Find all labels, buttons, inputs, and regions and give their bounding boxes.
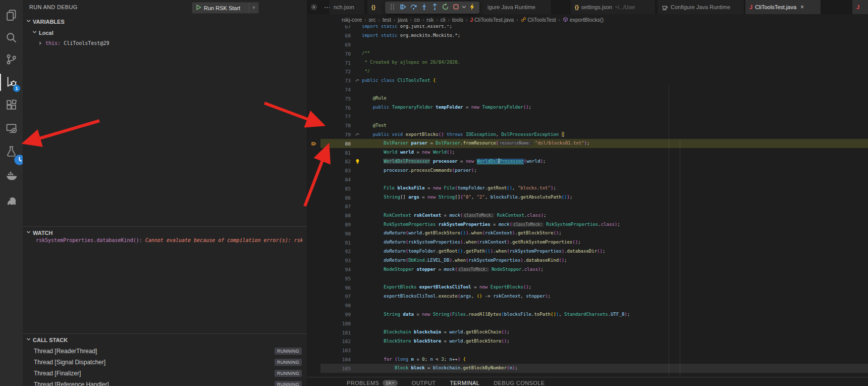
activity-item-source-control[interactable] — [0, 50, 23, 71]
activity-item-extensions[interactable] — [0, 95, 23, 116]
lightbulb-icon[interactable] — [355, 159, 362, 164]
debug-continue-button[interactable] — [398, 3, 408, 13]
code-line-101[interactable]: 101 Blockchain blockchain = world.getBlo… — [307, 328, 868, 337]
gear-icon[interactable] — [309, 3, 318, 12]
watch-expression[interactable]: rskSystemProperties.databaseKind(): Cann… — [36, 237, 302, 243]
code-text: doReturn(rskSystemProperties).when(rskCo… — [362, 238, 581, 247]
debug-step-into-button[interactable] — [419, 3, 429, 13]
editor-tab-configure-java-runtime[interactable]: Configure Java Runtime — [658, 0, 744, 14]
breadcrumb-item[interactable]: tools — [452, 17, 463, 23]
watch-header[interactable]: WATCH — [26, 229, 53, 236]
fold-arc-icon — [355, 78, 362, 83]
panel-tab-output[interactable]: OUTPUT — [412, 380, 436, 386]
code-line-73[interactable]: 73public class CliToolsTest { — [307, 76, 868, 85]
debug-restart-button[interactable] — [440, 3, 451, 13]
code-line-70[interactable]: 70/** — [307, 49, 868, 58]
close-icon[interactable]: × — [800, 4, 804, 11]
breadcrumb-item[interactable]: test — [383, 17, 391, 23]
activity-item-docker[interactable] — [0, 166, 23, 187]
code-text: public void exportBlocks() throws IOExce… — [362, 130, 564, 139]
editor-tab-clitoolstest-java[interactable]: JCliToolsTest.java× — [745, 0, 821, 14]
activity-item-explorer[interactable] — [0, 5, 23, 26]
call-stack-header[interactable]: CALL STACK — [26, 336, 68, 343]
code-line-85[interactable]: 85 File blocksFile = new File(tempFolder… — [307, 184, 868, 193]
run-config-dropdown[interactable]: Run RSK Start ˅ — [192, 2, 259, 14]
code-line-68[interactable]: 68import static org.mockito.Mockito.*; — [307, 31, 868, 40]
code-line-83[interactable]: 83 processor.processCommands(parser); — [307, 166, 868, 175]
code-line-90[interactable]: 90 doReturn(world.getBlockStore()).when(… — [307, 229, 868, 238]
code-line-96[interactable]: 96 ExportBlocks exportBlocksCliTool = ne… — [307, 283, 868, 292]
breadcrumb-label: rsk — [426, 17, 433, 23]
debug-step-out-button[interactable] — [429, 3, 440, 13]
code-line-102[interactable]: 102 BlockStore blockStore = world.getBlo… — [307, 337, 868, 346]
code-line-105[interactable]: 105 Block block = blockchain.getBlockByN… — [307, 364, 868, 373]
code-line-75[interactable]: 75 @Rule — [307, 94, 868, 103]
line-number: 73 — [320, 78, 355, 83]
code-line-98[interactable]: 98 — [307, 301, 868, 310]
code-line-103[interactable]: 103 — [307, 346, 868, 355]
code-line-80[interactable]: 80 DslParser parser = DslParser.fromReso… — [307, 139, 868, 148]
call-stack-thread[interactable]: Thread [ReaderThread]RUNNING — [23, 346, 307, 357]
editor-tab-igure-java-runtime[interactable]: igure Java Runtime — [471, 0, 552, 14]
activity-item-run-and-debug[interactable]: 1 — [0, 72, 23, 93]
call-stack-thread[interactable]: Thread [Signal Dispatcher]RUNNING — [23, 357, 307, 368]
activity-item-gradle[interactable] — [0, 191, 23, 212]
panel-tab-problems[interactable]: PROBLEMS1K+ — [347, 380, 398, 386]
code-line-92[interactable]: 92 doReturn(tempFolder.getRoot().getPath… — [307, 247, 868, 256]
breadcrumb-item[interactable]: cli — [441, 17, 446, 23]
code-line-69[interactable]: 69 — [307, 40, 868, 50]
breadcrumb-item[interactable]: rsk — [426, 17, 433, 23]
variable-this[interactable]: this: CliToolsTest@29 — [38, 40, 109, 46]
panel-tab-debug-console[interactable]: DEBUG CONSOLE — [494, 380, 545, 386]
code-line-95[interactable]: 95 — [307, 274, 868, 283]
activity-item-testing[interactable] — [0, 141, 23, 163]
code-line-97[interactable]: 97 exportBlocksCliTool.execute(args, () … — [307, 292, 868, 301]
code-editor[interactable]: 67import static org.junit.Assert.*;68imp… — [307, 22, 868, 382]
debug-chevron-down-button[interactable] — [461, 3, 467, 13]
debug-hot-code-replace-button[interactable] — [467, 3, 477, 13]
code-line-89[interactable]: 89 RskSystemProperties rskSystemProperti… — [307, 220, 868, 229]
activity-item-remote-explorer[interactable] — [0, 118, 23, 139]
breadcrumb-item[interactable]: exportBlocks() — [563, 17, 604, 23]
variables-header[interactable]: VARIABLES — [26, 18, 65, 25]
breadcrumb-item[interactable]: src — [369, 17, 376, 23]
breadcrumb-item[interactable]: rskj-core — [342, 17, 362, 23]
code-line-86[interactable]: 86 String[] args = new String[]{"0", "2"… — [307, 193, 868, 202]
breadcrumb-item[interactable]: JCliToolsTest.java — [470, 17, 514, 23]
gutter-spacer — [307, 355, 320, 364]
code-line-93[interactable]: 93 doReturn(DbKind.LEVEL_DB).when(rskSys… — [307, 256, 868, 265]
line-number: 82 — [320, 159, 355, 164]
code-line-79[interactable]: 79 public void exportBlocks() throws IOE… — [307, 130, 868, 139]
chevron-down-icon[interactable]: ˅ — [249, 3, 258, 13]
call-stack-thread[interactable]: Thread [Finalizer]RUNNING — [23, 368, 307, 379]
code-line-78[interactable]: 78 @Test — [307, 121, 868, 130]
activity-item-search[interactable] — [0, 28, 23, 49]
code-line-82[interactable]: 82 WorldDslProcessor processor = new Wor… — [307, 157, 868, 166]
code-line-81[interactable]: 81 World world = new World(); — [307, 148, 868, 157]
editor-tab-settings-json[interactable]: {}settings.json~/.../User — [571, 0, 656, 14]
code-line-91[interactable]: 91 doReturn(rskSystemProperties).when(rs… — [307, 238, 868, 247]
panel-tab-terminal[interactable]: TERMINAL — [450, 380, 479, 386]
debug-stop-button[interactable] — [451, 3, 461, 13]
code-line-71[interactable]: 71 * Created by ajlopez on 26/04/2020. — [307, 58, 868, 67]
code-line-84[interactable]: 84 — [307, 175, 868, 184]
call-stack-thread[interactable]: Thread [Reference Handler]RUNNING — [23, 379, 307, 386]
code-line-88[interactable]: 88 RskContext rskContext = mock(classToM… — [307, 211, 868, 220]
code-line-104[interactable]: 104 for (long n = 0; n < 3; n++) { — [307, 355, 868, 364]
debug-step-over-button[interactable] — [408, 3, 419, 13]
breadcrumb-item[interactable]: java — [398, 17, 407, 23]
code-line-77[interactable]: 77 — [307, 112, 868, 121]
code-line-76[interactable]: 76 public TemporaryFolder tempFolder = n… — [307, 103, 868, 112]
code-line-99[interactable]: 99 String data = new String(Files.readAl… — [307, 310, 868, 319]
editor-tab-partial-6[interactable]: J — [852, 0, 868, 14]
tab-label: CliToolsTest.java — [755, 4, 796, 10]
code-line-72[interactable]: 72 */ — [307, 67, 868, 76]
variables-scope-local[interactable]: Local — [32, 29, 53, 36]
breadcrumb-item[interactable]: CliToolsTest — [521, 17, 556, 23]
code-line-100[interactable]: 100 — [307, 319, 868, 328]
code-line-94[interactable]: 94 NodeStopper stopper = mock(classToMoc… — [307, 265, 868, 274]
code-line-74[interactable]: 74 — [307, 85, 868, 94]
editor-tab-nch-json[interactable]: nch.json — [330, 0, 365, 14]
breadcrumb-item[interactable]: co — [414, 17, 420, 23]
code-line-87[interactable]: 87 — [307, 202, 868, 211]
